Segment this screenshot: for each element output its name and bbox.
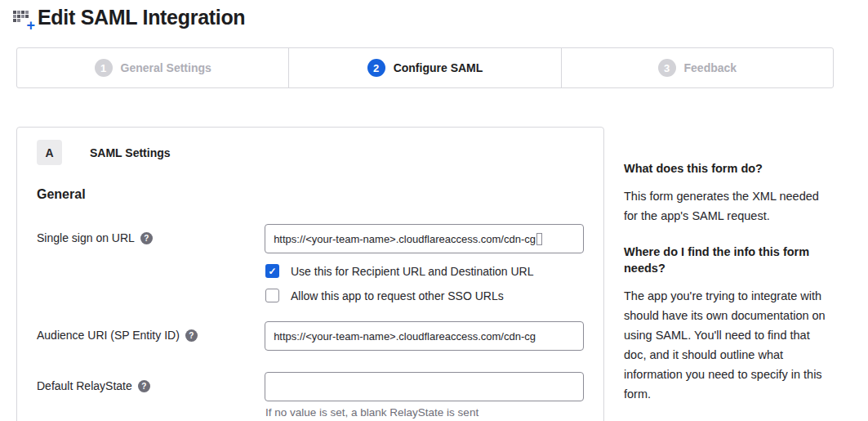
audience-uri-label: Audience URI (SP Entity ID) <box>37 329 180 342</box>
help-section-body: The app you're trying to integrate with … <box>624 286 830 404</box>
other-sso-checkbox-row: Allow this app to request other SSO URLs <box>265 289 584 302</box>
audience-uri-input[interactable]: https://<your-team-name>.cloudflareacces… <box>265 321 584 351</box>
section-a-badge: A <box>37 140 62 165</box>
step-number-badge: 1 <box>95 59 113 77</box>
step-feedback[interactable]: 3 Feedback <box>561 48 833 87</box>
recipient-url-checkbox[interactable]: ✓ <box>265 264 279 278</box>
sso-url-input[interactable]: https://<your-team-name>.cloudflareacces… <box>265 224 584 253</box>
panel-header: A SAML Settings <box>37 140 584 165</box>
help-icon[interactable]: ? <box>140 232 153 244</box>
recipient-url-checkbox-label: Use this for Recipient URL and Destinati… <box>291 265 534 278</box>
app-grid-plus-icon: + <box>13 7 34 29</box>
saml-settings-panel: A SAML Settings General Single sign on U… <box>16 127 604 421</box>
help-section-heading: Where do I find the info this form needs… <box>624 244 830 276</box>
general-section-heading: General <box>37 187 584 202</box>
step-number-badge: 2 <box>367 59 385 77</box>
relay-state-input[interactable] <box>265 372 584 401</box>
recipient-url-checkbox-row: ✓ Use this for Recipient URL and Destina… <box>265 264 584 278</box>
relay-state-label-group: Default RelayState ? <box>37 372 265 392</box>
edit-saml-integration-page: + Edit SAML Integration 1 General Settin… <box>0 0 868 421</box>
step-label: General Settings <box>121 61 211 74</box>
other-sso-checkbox-label: Allow this app to request other SSO URLs <box>291 289 504 302</box>
relay-state-label: Default RelayState <box>37 379 132 392</box>
step-general-settings[interactable]: 1 General Settings <box>17 48 288 87</box>
sso-url-value: https://<your-team-name>.cloudflareacces… <box>274 233 536 245</box>
sso-url-row: Single sign on URL ? https://<your-team-… <box>37 224 584 253</box>
sso-url-label-group: Single sign on URL ? <box>37 224 265 244</box>
page-title: Edit SAML Integration <box>38 6 245 29</box>
help-sidebar: What does this form do? This form genera… <box>624 160 830 421</box>
wizard-stepper: 1 General Settings 2 Configure SAML 3 Fe… <box>16 47 834 88</box>
help-section: Where do I find the info this form needs… <box>624 244 830 404</box>
audience-uri-row: Audience URI (SP Entity ID) ? https://<y… <box>37 321 584 351</box>
page-header: + Edit SAML Integration <box>13 6 245 29</box>
help-section-body: This form generates the XML needed for t… <box>624 186 830 226</box>
step-number-badge: 3 <box>658 59 676 77</box>
help-section: What does this form do? This form genera… <box>624 160 830 226</box>
other-sso-checkbox[interactable] <box>265 289 279 302</box>
panel-title: SAML Settings <box>90 146 171 159</box>
step-label: Feedback <box>684 61 737 74</box>
help-section-heading: What does this form do? <box>624 160 830 177</box>
plus-icon: + <box>26 20 35 31</box>
step-configure-saml[interactable]: 2 Configure SAML <box>288 48 560 87</box>
step-label: Configure SAML <box>394 61 483 74</box>
audience-uri-label-group: Audience URI (SP Entity ID) ? <box>37 321 265 342</box>
help-icon[interactable]: ? <box>185 329 198 342</box>
relay-state-hint: If no value is set, a blank RelayState i… <box>265 406 584 419</box>
text-cursor <box>536 233 542 245</box>
relay-state-row: Default RelayState ? <box>37 372 584 401</box>
audience-uri-value: https://<your-team-name>.cloudflareacces… <box>274 330 536 343</box>
sso-url-label: Single sign on URL <box>37 231 135 244</box>
help-icon[interactable]: ? <box>138 380 150 392</box>
